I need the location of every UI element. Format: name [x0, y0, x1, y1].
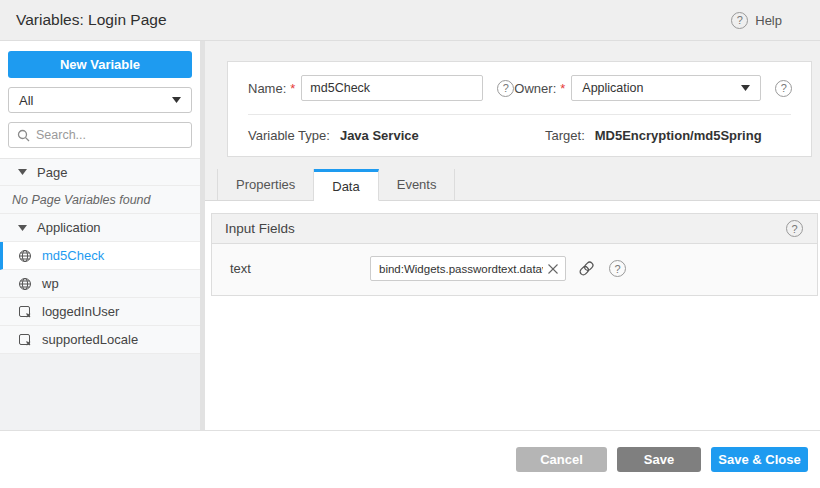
- name-owner-row: Name: * ? Owner: * Application ?: [228, 62, 811, 114]
- tree-section-label: Application: [37, 220, 101, 235]
- input-fields-header: Input Fields ?: [212, 214, 817, 244]
- field-row-text: text: [212, 256, 817, 281]
- model-variable-icon: [18, 305, 32, 319]
- tab-properties[interactable]: Properties: [217, 169, 314, 200]
- caret-down-icon: [741, 85, 750, 91]
- tree-section-application[interactable]: Application: [0, 214, 200, 242]
- caret-down-icon: [172, 97, 181, 103]
- sidebar-item-wp[interactable]: wp: [0, 270, 200, 298]
- search-input[interactable]: [36, 128, 183, 142]
- owner-help-icon[interactable]: ?: [775, 80, 792, 97]
- owner-select[interactable]: Application: [571, 75, 761, 101]
- save-button[interactable]: Save: [617, 447, 701, 472]
- target-group: Target: MD5Encryption/md5Spring: [545, 128, 762, 143]
- sidebar: New Variable All P: [0, 41, 200, 430]
- variable-type-value: Java Service: [340, 128, 419, 143]
- sidebar-item-label: wp: [42, 276, 59, 291]
- target-value: MD5Encryption/md5Spring: [595, 128, 762, 143]
- variable-tree: Page No Page Variables found Application…: [0, 158, 200, 354]
- variable-filter-select[interactable]: All: [8, 87, 192, 113]
- new-variable-button[interactable]: New Variable: [8, 51, 192, 78]
- field-help-icon[interactable]: ?: [609, 260, 626, 277]
- sidebar-item-loggedinuser[interactable]: loggedInUser: [0, 298, 200, 326]
- field-label: text: [230, 261, 370, 276]
- app-body: New Variable All P: [0, 41, 820, 430]
- sidebar-filler: [0, 354, 200, 430]
- target-label: Target:: [545, 128, 585, 143]
- input-fields-body: text: [212, 244, 817, 295]
- owner-value: Application: [582, 81, 643, 95]
- tab-bar: Properties Data Events: [205, 169, 820, 201]
- sidebar-item-md5check[interactable]: md5Check: [0, 242, 200, 270]
- save-and-close-button[interactable]: Save & Close: [711, 447, 808, 472]
- input-fields-title: Input Fields: [225, 221, 295, 236]
- input-fields-help-icon[interactable]: ?: [786, 220, 803, 237]
- type-target-row: Variable Type: Java Service Target: MD5E…: [228, 115, 811, 156]
- caret-down-icon: [18, 169, 27, 175]
- tab-events[interactable]: Events: [379, 169, 456, 200]
- owner-group: Owner: * Application ?: [514, 75, 792, 101]
- name-label: Name:: [248, 81, 286, 96]
- variable-type-label: Variable Type:: [248, 128, 330, 143]
- help-label: Help: [755, 13, 782, 28]
- variable-type-group: Variable Type: Java Service: [248, 128, 545, 143]
- help-icon: ?: [731, 12, 748, 29]
- data-tab-content: Input Fields ? text: [205, 201, 820, 430]
- tab-data[interactable]: Data: [314, 169, 378, 201]
- variable-summary-card: Name: * ? Owner: * Application ?: [227, 61, 812, 157]
- sidebar-item-supportedlocale[interactable]: supportedLocale: [0, 326, 200, 354]
- required-asterisk: *: [290, 81, 295, 96]
- bind-expression-input[interactable]: [371, 263, 545, 275]
- search-icon: [17, 129, 30, 142]
- page-variables-empty-message: No Page Variables found: [0, 186, 200, 214]
- name-group: Name: * ?: [248, 75, 514, 101]
- name-help-icon[interactable]: ?: [497, 80, 514, 97]
- titlebar: Variables: Login Page ? Help: [0, 0, 820, 41]
- footer-bar: Cancel Save Save & Close: [0, 430, 820, 488]
- search-box[interactable]: [8, 122, 192, 148]
- clear-binding-icon[interactable]: [545, 263, 565, 275]
- tree-section-page[interactable]: Page: [0, 158, 200, 186]
- variable-filter-value: All: [19, 93, 33, 108]
- bind-expression-box[interactable]: [370, 256, 566, 281]
- input-fields-section: Input Fields ? text: [211, 213, 818, 296]
- service-variable-icon: [18, 249, 32, 263]
- help-button[interactable]: ? Help: [731, 12, 782, 29]
- required-asterisk: *: [560, 81, 565, 96]
- name-input[interactable]: [301, 75, 483, 101]
- sidebar-item-label: supportedLocale: [42, 332, 138, 347]
- page-title: Variables: Login Page: [16, 11, 731, 29]
- owner-label: Owner:: [514, 81, 556, 96]
- tree-section-label: Page: [37, 165, 67, 180]
- bind-link-icon[interactable]: [578, 260, 595, 277]
- caret-down-icon: [18, 225, 27, 231]
- model-variable-icon: [18, 333, 32, 347]
- main-panel: Name: * ? Owner: * Application ?: [205, 41, 820, 430]
- service-variable-icon: [18, 277, 32, 291]
- sidebar-item-label: md5Check: [42, 248, 104, 263]
- sidebar-controls: New Variable All: [0, 41, 200, 158]
- cancel-button[interactable]: Cancel: [516, 447, 607, 472]
- sidebar-item-label: loggedInUser: [42, 304, 119, 319]
